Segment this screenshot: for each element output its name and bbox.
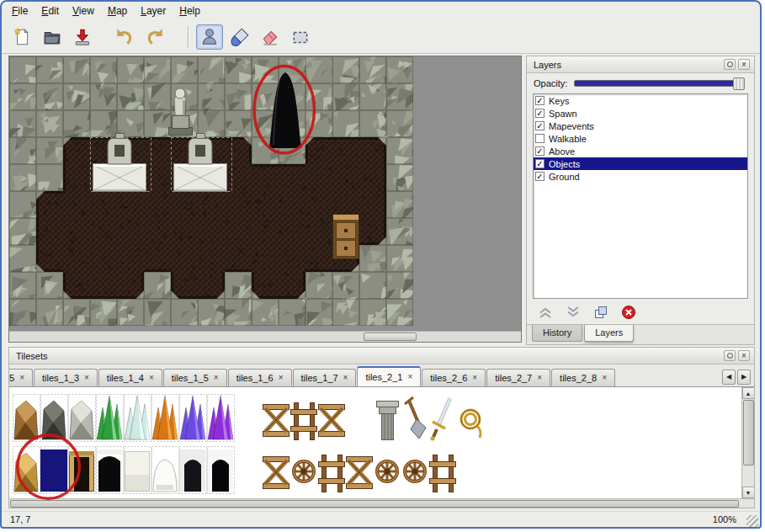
layer-row-above[interactable]: ✓Above xyxy=(534,145,747,157)
layer-visibility-checkbox[interactable]: ✓ xyxy=(535,96,545,105)
tab-close-icon[interactable]: × xyxy=(407,373,412,381)
tab-close-icon[interactable]: × xyxy=(149,374,154,382)
menu-map[interactable]: Map xyxy=(101,3,134,19)
tileset-vscroll-thumb[interactable] xyxy=(743,400,754,466)
tilesets-panel: Tilesets × 5×tiles_1_3×tiles_1_4×tiles_1… xyxy=(8,347,755,508)
lower-layer-button[interactable] xyxy=(565,304,582,321)
tileset-tab-tiles_2_6[interactable]: tiles_2_6× xyxy=(422,369,486,386)
layer-row-objects[interactable]: ✓Objects xyxy=(534,157,747,170)
redo-icon xyxy=(145,27,165,47)
tab-close-icon[interactable]: × xyxy=(279,374,284,382)
tileset-tab-tiles_1_5[interactable]: tiles_1_5× xyxy=(163,369,227,386)
tileset-tab-tiles_1_3[interactable]: tiles_1_3× xyxy=(34,369,98,386)
layer-row-keys[interactable]: ✓Keys xyxy=(534,94,747,107)
eraser-tool-button[interactable] xyxy=(257,24,284,50)
opacity-slider-handle[interactable] xyxy=(733,77,745,90)
scroll-down-button[interactable]: ▼ xyxy=(742,487,755,498)
tileset-tab-5[interactable]: 5× xyxy=(8,369,33,386)
tileset-horizontal-scrollbar[interactable] xyxy=(9,498,754,508)
tab-label: tiles_1_3 xyxy=(42,373,79,383)
cursor-coordinates: 17, 7 xyxy=(10,514,30,524)
layer-row-ground[interactable]: ✓Ground xyxy=(534,170,747,183)
tab-label: tiles_2_1 xyxy=(365,372,402,382)
layer-row-walkable[interactable]: Walkable xyxy=(534,132,747,145)
layer-row-mapevents[interactable]: ✓Mapevents xyxy=(534,120,747,132)
tabs-scroll-right-button[interactable]: ▶ xyxy=(737,370,751,385)
layers-panel: Layers × Opacity: ✓Keys✓Spawn✓MapeventsW… xyxy=(526,56,755,345)
status-bar: 17, 7 100% xyxy=(2,511,760,527)
tileset-canvas[interactable] xyxy=(9,387,741,498)
eraser-tool-icon xyxy=(260,27,280,47)
raise-layer-button[interactable] xyxy=(537,304,554,321)
duplicate-layer-button[interactable] xyxy=(592,304,609,321)
toolbar xyxy=(2,20,760,54)
dock-tabs: HistoryLayers xyxy=(527,324,754,344)
menu-help[interactable]: Help xyxy=(173,3,207,19)
layer-visibility-checkbox[interactable]: ✓ xyxy=(535,109,545,118)
menu-edit[interactable]: Edit xyxy=(35,3,66,19)
layer-visibility-checkbox[interactable] xyxy=(535,134,545,143)
tab-close-icon[interactable]: × xyxy=(84,374,89,382)
duplicate-layer-icon xyxy=(592,304,609,321)
new-file-button[interactable] xyxy=(8,24,35,50)
tab-label: tiles_1_5 xyxy=(172,373,209,383)
paint-tool-button[interactable] xyxy=(226,24,253,50)
map-canvas[interactable] xyxy=(9,56,521,342)
layer-label: Spawn xyxy=(549,109,577,119)
close-icon: × xyxy=(741,352,746,360)
close-icon: × xyxy=(741,61,746,69)
tab-close-icon[interactable]: × xyxy=(537,374,542,382)
tileset-tab-tiles_2_7[interactable]: tiles_2_7× xyxy=(486,369,550,386)
tab-label: tiles_2_8 xyxy=(560,373,597,383)
menu-layer[interactable]: Layer xyxy=(134,3,173,19)
layer-visibility-checkbox[interactable]: ✓ xyxy=(535,121,545,130)
tab-close-icon[interactable]: × xyxy=(472,374,477,382)
opacity-row: Opacity: xyxy=(527,73,754,90)
object-tool-button[interactable] xyxy=(196,24,223,50)
panel-close-button[interactable]: × xyxy=(738,350,750,361)
undo-button[interactable] xyxy=(111,24,138,50)
open-folder-button[interactable] xyxy=(39,24,66,50)
tileset-vertical-scrollbar[interactable]: ▲ ▼ xyxy=(741,387,754,498)
panel-float-button[interactable] xyxy=(724,59,736,70)
layer-row-spawn[interactable]: ✓Spawn xyxy=(534,107,747,120)
undo-icon xyxy=(114,27,135,47)
tab-label: tiles_2_6 xyxy=(430,373,467,383)
panel-close-button[interactable]: × xyxy=(738,59,750,70)
open-folder-icon xyxy=(42,27,62,47)
layer-visibility-checkbox[interactable]: ✓ xyxy=(535,146,545,156)
map-horizontal-scrollbar[interactable] xyxy=(9,331,521,342)
lower-layer-icon xyxy=(565,304,582,321)
dock-tab-layers[interactable]: Layers xyxy=(584,325,634,342)
tab-label: tiles_1_4 xyxy=(107,373,144,383)
tab-close-icon[interactable]: × xyxy=(214,374,219,382)
menu-view[interactable]: View xyxy=(66,3,101,19)
dock-tab-history[interactable]: History xyxy=(532,325,582,342)
layer-visibility-checkbox[interactable]: ✓ xyxy=(535,172,545,181)
scroll-up-button[interactable]: ▲ xyxy=(742,387,755,399)
select-tool-button[interactable] xyxy=(287,24,314,50)
tileset-hscroll-thumb[interactable] xyxy=(10,500,739,508)
layer-label: Above xyxy=(549,146,575,157)
tileset-tab-tiles_2_8[interactable]: tiles_2_8× xyxy=(551,369,615,386)
delete-layer-button[interactable] xyxy=(620,304,637,321)
tab-scroll-buttons: ◀▶ xyxy=(719,370,751,385)
tabs-scroll-left-button[interactable]: ◀ xyxy=(722,370,736,385)
tileset-tab-tiles_2_1[interactable]: tiles_2_1× xyxy=(357,366,421,386)
resize-grip[interactable] xyxy=(746,515,758,527)
tab-close-icon[interactable]: × xyxy=(19,374,24,382)
map-hscroll-thumb[interactable] xyxy=(364,332,417,341)
main-area: Layers × Opacity: ✓Keys✓Spawn✓MapeventsW… xyxy=(2,54,760,345)
tab-close-icon[interactable]: × xyxy=(343,374,348,382)
menu-file[interactable]: File xyxy=(5,3,35,19)
save-button[interactable] xyxy=(69,24,96,50)
panel-float-button[interactable] xyxy=(724,350,736,361)
tileset-tab-tiles_1_6[interactable]: tiles_1_6× xyxy=(228,369,292,386)
tileset-tab-tiles_1_7[interactable]: tiles_1_7× xyxy=(293,369,357,386)
tab-close-icon[interactable]: × xyxy=(602,374,607,382)
redo-button[interactable] xyxy=(141,24,168,50)
opacity-label: Opacity: xyxy=(534,78,567,88)
layer-visibility-checkbox[interactable]: ✓ xyxy=(535,159,545,168)
tileset-tab-tiles_1_4[interactable]: tiles_1_4× xyxy=(98,369,162,386)
opacity-slider[interactable] xyxy=(574,80,744,87)
